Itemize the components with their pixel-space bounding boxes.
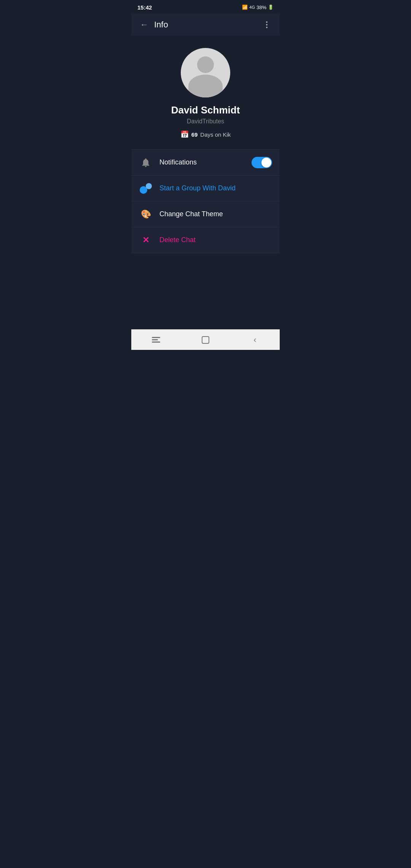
- app-bar: ← Info: [131, 14, 280, 36]
- menu-item-change-theme[interactable]: 🎨 Change Chat Theme: [131, 201, 280, 227]
- battery-icon: 🔋: [268, 5, 274, 10]
- profile-username: DavidTributes: [187, 118, 224, 125]
- delete-chat-label: Delete Chat: [159, 236, 272, 244]
- home-icon: [202, 336, 209, 344]
- bell-icon: [139, 156, 153, 169]
- days-label: Days on Kik: [200, 131, 231, 138]
- menu-item-delete-chat[interactable]: ✕ Delete Chat: [131, 227, 280, 253]
- battery-text: 38%: [256, 5, 266, 10]
- profile-section: David Schmidt DavidTributes 📅 69 Days on…: [131, 36, 280, 150]
- status-bar: 15:42 📶 4G 38% 🔋: [131, 0, 280, 14]
- x-icon: ✕: [139, 233, 153, 247]
- change-theme-label: Change Chat Theme: [159, 210, 272, 218]
- more-dots-icon: [266, 21, 268, 28]
- back-nav-icon: ‹: [253, 335, 256, 345]
- status-time: 15:42: [137, 4, 152, 11]
- avatar-head: [197, 56, 214, 73]
- calendar-icon: 📅: [180, 130, 189, 139]
- avatar-placeholder: [181, 48, 230, 97]
- empty-space: [131, 253, 280, 329]
- nav-bar: ‹: [131, 329, 280, 350]
- notifications-toggle[interactable]: [252, 157, 272, 168]
- start-group-label: Start a Group With David: [159, 184, 272, 192]
- toggle-knob: [261, 158, 271, 168]
- group-icon: [139, 182, 153, 195]
- more-button[interactable]: [260, 18, 274, 32]
- avatar-body: [188, 75, 223, 97]
- profile-days: 📅 69 Days on Kik: [180, 130, 231, 139]
- menu-section: Notifications Start a Group With David 🎨…: [131, 150, 280, 253]
- wifi-icon: 📶: [242, 5, 248, 10]
- notifications-label: Notifications: [159, 158, 252, 166]
- menu-item-start-group[interactable]: Start a Group With David: [131, 176, 280, 201]
- page-title: Info: [154, 20, 260, 30]
- back-arrow-icon: ←: [140, 20, 148, 30]
- bubble-icon-2: [146, 183, 152, 189]
- status-icons: 📶 4G 38% 🔋: [242, 5, 274, 10]
- profile-name: David Schmidt: [171, 104, 240, 116]
- palette-icon: 🎨: [139, 207, 153, 221]
- recent-icon: [152, 337, 160, 343]
- days-count: 69: [191, 131, 198, 138]
- nav-recent-button[interactable]: [131, 330, 181, 350]
- avatar: [181, 48, 230, 97]
- nav-back-button[interactable]: ‹: [230, 330, 280, 350]
- back-button[interactable]: ←: [137, 18, 151, 32]
- signal-icon: 4G: [249, 5, 255, 10]
- nav-home-button[interactable]: [181, 330, 230, 350]
- menu-item-notifications[interactable]: Notifications: [131, 150, 280, 176]
